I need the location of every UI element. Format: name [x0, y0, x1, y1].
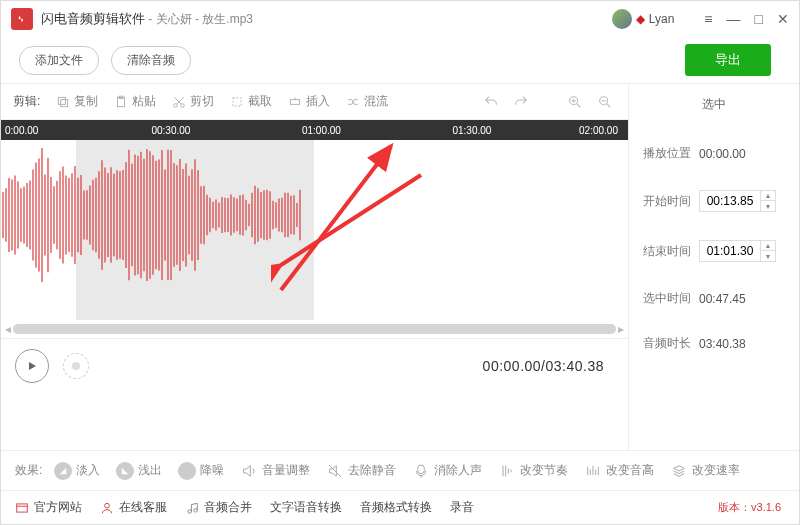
online-support-link[interactable]: 在线客服 [100, 499, 167, 516]
user-name[interactable]: Lyan [649, 12, 675, 26]
crop-button[interactable]: 截取 [224, 90, 278, 113]
svg-point-14 [194, 508, 198, 512]
svg-rect-11 [17, 503, 28, 511]
change-pitch-button[interactable]: 改变音高 [580, 460, 658, 482]
fade-out-button[interactable]: 浅出 [112, 460, 166, 482]
zoom-in-button[interactable] [564, 91, 586, 113]
record-link[interactable]: 录音 [450, 499, 474, 516]
format-convert-link[interactable]: 音频格式转换 [360, 499, 432, 516]
clear-audio-button[interactable]: 清除音频 [111, 46, 191, 75]
timeline-ruler[interactable]: 0:00.00 00:30.00 01:00.00 01:30.00 02:00… [1, 120, 628, 140]
user-avatar[interactable] [612, 9, 632, 29]
start-time-input[interactable] [699, 190, 761, 212]
horizontal-scrollbar[interactable]: ◂ ▸ [1, 320, 628, 338]
end-time-row: 结束时间 ▲▼ [629, 226, 799, 276]
svg-rect-7 [291, 99, 300, 104]
menu-icon[interactable]: ≡ [704, 11, 712, 27]
record-button[interactable] [63, 353, 89, 379]
time-counter: 00:00.00/03:40.38 [483, 358, 604, 374]
play-position-row: 播放位置 00:00.00 [629, 131, 799, 176]
change-speed-button[interactable]: 改变速率 [666, 460, 744, 482]
change-tempo-button[interactable]: 改变节奏 [494, 460, 572, 482]
selection-header: 选中 [629, 96, 799, 131]
edit-toolbar: 剪辑: 复制 粘贴 剪切 截取 插入 混流 [1, 84, 628, 120]
add-file-button[interactable]: 添加文件 [19, 46, 99, 75]
audio-merge-link[interactable]: 音频合并 [185, 499, 252, 516]
tts-link[interactable]: 文字语音转换 [270, 499, 342, 516]
current-file: - 关心妍 - 放生.mp3 [145, 11, 253, 28]
app-window: 闪电音频剪辑软件 - 关心妍 - 放生.mp3 ◆ Lyan ≡ — □ ✕ 添… [0, 0, 800, 525]
undo-button[interactable] [480, 91, 502, 113]
trim-silence-button[interactable]: 去除静音 [322, 460, 400, 482]
minimize-button[interactable]: — [727, 11, 741, 27]
selection-duration-row: 选中时间 00:47.45 [629, 276, 799, 321]
volume-button[interactable]: 音量调整 [236, 460, 314, 482]
end-time-input[interactable] [699, 240, 761, 262]
play-button[interactable] [15, 349, 49, 383]
maximize-button[interactable]: □ [755, 11, 763, 27]
version-label: 版本：v3.1.6 [718, 500, 781, 515]
selection-panel: 选中 播放位置 00:00.00 开始时间 ▲▼ 结束时间 ▲▼ 选中时间 00… [629, 84, 799, 450]
official-site-link[interactable]: 官方网站 [15, 499, 82, 516]
waveform-canvas [1, 140, 301, 290]
svg-rect-1 [59, 97, 66, 104]
vip-icon: ◆ [636, 12, 645, 26]
audio-duration-row: 音频时长 03:40.38 [629, 321, 799, 366]
mix-button[interactable]: 混流 [340, 90, 394, 113]
redo-button[interactable] [510, 91, 532, 113]
content-area: 剪辑: 复制 粘贴 剪切 截取 插入 混流 0:00.00 00:30.00 0… [1, 83, 799, 450]
remove-vocal-button[interactable]: 消除人声 [408, 460, 486, 482]
app-name: 闪电音频剪辑软件 [41, 10, 145, 28]
svg-point-13 [188, 509, 192, 513]
zoom-out-button[interactable] [594, 91, 616, 113]
editor-panel: 剪辑: 复制 粘贴 剪切 截取 插入 混流 0:00.00 00:30.00 0… [1, 84, 629, 450]
fade-in-button[interactable]: 淡入 [50, 460, 104, 482]
end-down-button[interactable]: ▼ [761, 251, 775, 261]
start-down-button[interactable]: ▼ [761, 201, 775, 211]
main-toolbar: 添加文件 清除音频 导出 [1, 37, 799, 83]
app-logo [11, 8, 33, 30]
effects-label: 效果: [15, 462, 42, 479]
cut-button[interactable]: 剪切 [166, 90, 220, 113]
scroll-left-icon[interactable]: ◂ [3, 324, 13, 334]
copy-button[interactable]: 复制 [50, 90, 104, 113]
start-up-button[interactable]: ▲ [761, 191, 775, 201]
waveform-area[interactable] [1, 140, 628, 320]
scroll-right-icon[interactable]: ▸ [616, 324, 626, 334]
edit-label: 剪辑: [13, 93, 40, 110]
svg-rect-0 [61, 99, 68, 106]
svg-rect-6 [233, 97, 241, 105]
playback-bar: 00:00.00/03:40.38 [1, 338, 628, 392]
start-time-row: 开始时间 ▲▼ [629, 176, 799, 226]
footer-bar: 官方网站 在线客服 音频合并 文字语音转换 音频格式转换 录音 版本：v3.1.… [1, 490, 799, 524]
paste-button[interactable]: 粘贴 [108, 90, 162, 113]
export-button[interactable]: 导出 [685, 44, 771, 76]
close-button[interactable]: ✕ [777, 11, 789, 27]
denoise-button[interactable]: 降噪 [174, 460, 228, 482]
svg-rect-10 [418, 465, 425, 474]
window-controls: ≡ — □ ✕ [704, 11, 789, 27]
svg-point-12 [105, 503, 110, 508]
end-up-button[interactable]: ▲ [761, 241, 775, 251]
insert-button[interactable]: 插入 [282, 90, 336, 113]
title-bar: 闪电音频剪辑软件 - 关心妍 - 放生.mp3 ◆ Lyan ≡ — □ ✕ [1, 1, 799, 37]
effects-bar: 效果: 淡入 浅出 降噪 音量调整 去除静音 消除人声 改变节奏 改变音高 改变… [1, 450, 799, 490]
